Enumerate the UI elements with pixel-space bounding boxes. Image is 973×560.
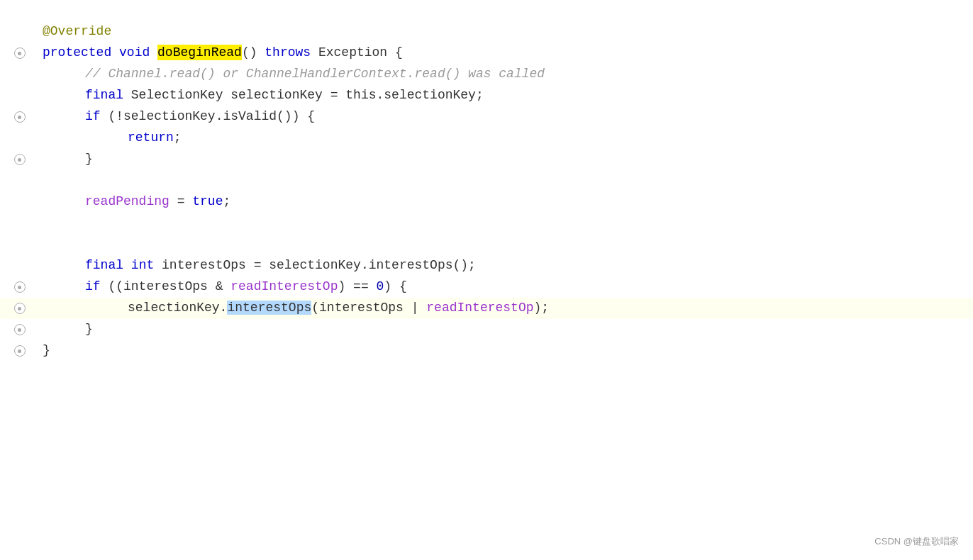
line-empty-1 — [43, 170, 50, 191]
line-close-method: } — [43, 340, 50, 361]
code-line-9: readPending = true; — [0, 191, 973, 213]
line-close-brace-1: } — [43, 149, 93, 169]
line-close-brace-2: } — [43, 319, 93, 340]
code-editor: @Override protected void doBeginRead() t… — [0, 0, 973, 560]
line-if-interest-ops: if ((interestOps & readInterestOp) == 0)… — [43, 276, 407, 297]
code-line-16: } — [0, 340, 973, 362]
line-if-valid: if (!selectionKey.isValid()) { — [43, 106, 315, 127]
code-line-8 — [0, 170, 973, 191]
gutter-1 — [0, 21, 39, 43]
line-empty-2 — [43, 213, 50, 233]
gutter-12 — [0, 255, 39, 276]
breakpoint-icon-15[interactable] — [14, 324, 26, 335]
breakpoint-icon-5[interactable] — [14, 111, 26, 123]
breakpoint-icon-7[interactable] — [14, 154, 26, 165]
gutter-15 — [0, 319, 39, 340]
code-line-15: } — [0, 319, 973, 340]
breakpoint-icon-16[interactable] — [14, 345, 26, 357]
code-line-2: protected void doBeginRead() throws Exce… — [0, 43, 973, 64]
code-line-14: selectionKey.interestOps(interestOps | r… — [0, 298, 973, 319]
breakpoint-icon-13[interactable] — [14, 281, 26, 293]
line-interest-ops-decl: final int interestOps = selectionKey.int… — [43, 255, 476, 276]
gutter-6 — [0, 128, 39, 149]
line-set-interest-ops: selectionKey.interestOps(interestOps | r… — [43, 298, 549, 318]
code-line-3: // Channel.read() or ChannelHandlerConte… — [0, 64, 973, 85]
line-comment: // Channel.read() or ChannelHandlerConte… — [43, 64, 545, 84]
gutter-3 — [0, 64, 39, 85]
code-line-12: final int interestOps = selectionKey.int… — [0, 255, 973, 276]
line-method-signature: protected void doBeginRead() throws Exce… — [43, 43, 403, 63]
code-line-5: if (!selectionKey.isValid()) { — [0, 106, 973, 128]
gutter-14 — [0, 298, 39, 319]
line-read-pending: readPending = true; — [43, 191, 230, 212]
gutter-10 — [0, 213, 39, 234]
gutter-13 — [0, 276, 39, 298]
line-empty-3 — [43, 234, 50, 254]
gutter-7 — [0, 149, 39, 170]
code-line-10 — [0, 213, 973, 234]
line-return: return; — [43, 128, 182, 148]
gutter-2 — [0, 43, 39, 64]
code-line-7: } — [0, 149, 973, 170]
code-line-4: final SelectionKey selectionKey = this.s… — [0, 85, 973, 106]
gutter-8 — [0, 170, 39, 191]
gutter-9 — [0, 191, 39, 213]
code-line-1: @Override — [0, 21, 973, 43]
line-selection-key: final SelectionKey selectionKey = this.s… — [43, 85, 484, 106]
code-line-11 — [0, 234, 973, 255]
breakpoint-icon-14[interactable] — [14, 303, 26, 314]
code-line-6: return; — [0, 128, 973, 149]
watermark-text: CSDN @键盘歌唱家 — [874, 534, 959, 549]
breakpoint-icon-2[interactable] — [14, 47, 26, 59]
annotation-override: @Override — [43, 21, 111, 42]
gutter-11 — [0, 234, 39, 255]
gutter-4 — [0, 85, 39, 106]
code-line-13: if ((interestOps & readInterestOp) == 0)… — [0, 276, 973, 298]
gutter-16 — [0, 340, 39, 362]
gutter-5 — [0, 106, 39, 128]
